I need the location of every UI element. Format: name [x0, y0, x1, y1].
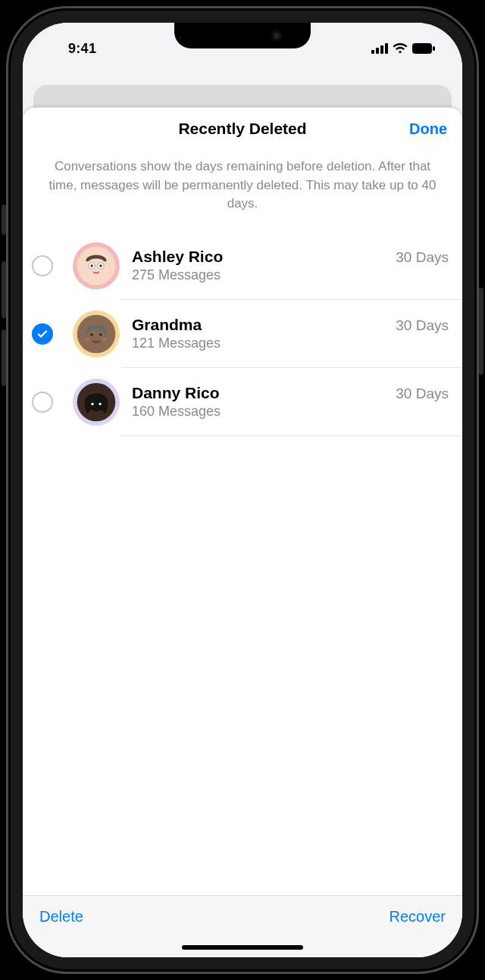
screen: 9:41: [23, 23, 462, 957]
message-count: 121 Messages: [132, 336, 449, 351]
recover-button[interactable]: Recover: [390, 908, 446, 925]
status-icons: [371, 43, 435, 54]
avatar: [73, 379, 120, 426]
contact-name: Ashley Rico: [132, 248, 223, 266]
page-title: Recently Deleted: [178, 120, 306, 138]
svg-rect-0: [371, 50, 374, 54]
contact-name: Grandma: [132, 316, 202, 334]
svg-point-14: [90, 333, 92, 336]
svg-point-17: [102, 337, 106, 341]
svg-rect-5: [433, 46, 435, 51]
svg-rect-3: [385, 43, 388, 54]
days-remaining: 30 Days: [396, 317, 449, 334]
nav-bar: Recently Deleted Done: [23, 108, 462, 150]
delete-button[interactable]: Delete: [39, 908, 83, 925]
phone-frame: 9:41: [6, 6, 479, 974]
svg-point-16: [86, 337, 90, 341]
message-count: 160 Messages: [132, 404, 449, 420]
svg-rect-1: [376, 48, 379, 54]
list-item-body: Ashley Rico 30 Days 275 Messages: [132, 248, 449, 283]
checkmark-icon: [36, 328, 48, 340]
notch: [174, 23, 311, 48]
conversation-list: Ashley Rico 30 Days 275 Messages: [23, 232, 462, 895]
svg-point-20: [91, 403, 93, 405]
svg-point-15: [99, 333, 102, 336]
list-item-body: Grandma 30 Days 121 Messages: [132, 316, 449, 351]
list-item-body: Danny Rico 30 Days 160 Messages: [132, 384, 449, 420]
svg-point-10: [90, 264, 92, 267]
select-circle[interactable]: [32, 255, 53, 276]
message-count: 275 Messages: [132, 267, 449, 283]
days-remaining: 30 Days: [396, 249, 449, 266]
svg-point-11: [99, 264, 102, 267]
contact-name: Danny Rico: [132, 384, 220, 402]
select-circle[interactable]: [32, 392, 53, 413]
status-time: 9:41: [68, 41, 96, 57]
power-button: [479, 288, 483, 375]
wifi-icon: [393, 43, 408, 54]
avatar: [73, 311, 120, 357]
days-remaining: 30 Days: [396, 385, 449, 402]
home-indicator[interactable]: [182, 945, 303, 950]
done-button[interactable]: Done: [409, 120, 447, 138]
svg-rect-2: [380, 45, 383, 54]
recently-deleted-sheet: Recently Deleted Done Conversations show…: [23, 108, 462, 957]
select-circle[interactable]: [32, 323, 53, 345]
list-item[interactable]: Danny Rico 30 Days 160 Messages: [23, 368, 462, 436]
list-item[interactable]: Grandma 30 Days 121 Messages: [23, 300, 462, 368]
sheet-backdrop: [23, 64, 462, 100]
list-item[interactable]: Ashley Rico 30 Days 275 Messages: [23, 232, 462, 300]
svg-rect-4: [412, 43, 432, 54]
avatar: [73, 242, 120, 289]
svg-point-21: [99, 403, 101, 405]
info-text: Conversations show the days remaining be…: [23, 150, 462, 232]
cellular-icon: [371, 43, 388, 54]
battery-icon: [412, 43, 435, 54]
